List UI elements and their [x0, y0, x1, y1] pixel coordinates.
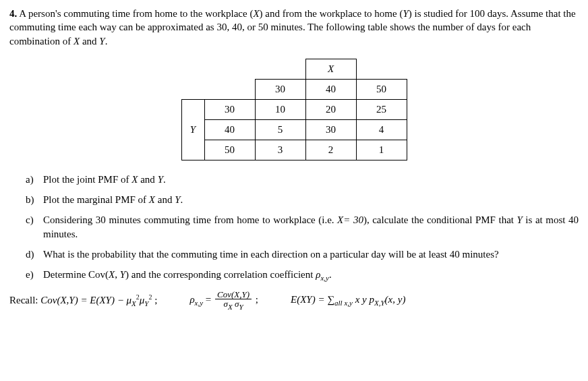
part-b-marker: b) [26, 193, 34, 206]
problem-statement: 4. A person's commuting time from home t… [9, 7, 579, 48]
cell-1-1: 30 [305, 119, 356, 140]
y-level-2: 50 [204, 140, 255, 160]
x-level-1: 40 [305, 79, 356, 99]
y-header: Y [181, 99, 204, 160]
cell-2-0: 3 [255, 140, 305, 160]
var-x: X [253, 8, 259, 19]
statement-seg-2: ) and from the workplace to home ( [260, 8, 403, 19]
y-level-1: 40 [204, 119, 255, 140]
cell-2-2: 1 [356, 140, 407, 160]
statement-seg-1: A person's commuting time from home to t… [19, 8, 253, 19]
cell-0-2: 25 [356, 99, 407, 119]
problem-number: 4. [9, 8, 17, 19]
part-c-marker: c) [26, 213, 34, 227]
var-y: Y [403, 8, 408, 19]
cell-0-0: 10 [255, 99, 305, 119]
part-c: c) Considering 30 minutes commuting time… [26, 213, 579, 241]
part-d-marker: d) [26, 247, 34, 261]
x-level-0: 30 [255, 79, 305, 99]
statement-seg-4: and [80, 36, 99, 47]
joint-frequency-table: X 30 40 50 Y 30 10 20 25 40 5 30 4 50 3 … [181, 59, 407, 160]
part-a: a) Plot the joint PMF of X and Y. [26, 173, 579, 186]
subparts-list: a) Plot the joint PMF of X and Y. b) Plo… [26, 173, 579, 283]
exy-formula: E(XY) = ∑all x,y x y pX,Y(x, y) [291, 293, 405, 308]
cell-0-1: 20 [305, 99, 356, 119]
part-d: d) What is the probability that the comm… [26, 247, 579, 261]
var-x-2: X [74, 36, 80, 47]
x-level-2: 50 [356, 79, 407, 99]
cell-1-2: 4 [356, 119, 407, 140]
y-level-0: 30 [204, 99, 255, 119]
cell-2-1: 2 [305, 140, 356, 160]
part-a-marker: a) [26, 173, 34, 186]
part-b: b) Plot the marginal PMF of X and Y. [26, 193, 579, 206]
x-header: X [305, 59, 356, 79]
cov-formula: Recall: Cov(X,Y) = E(XY) − μX2μY2 ; [9, 293, 157, 309]
part-e-marker: e) [26, 268, 34, 281]
statement-seg-5: . [105, 36, 108, 47]
cell-1-0: 5 [255, 119, 305, 140]
part-e: e) Determine Cov(X, Y) and the correspon… [26, 268, 579, 283]
recall-formulas: Recall: Cov(X,Y) = E(XY) − μX2μY2 ; ρx,y… [9, 290, 579, 312]
var-y-2: Y [99, 36, 105, 47]
rho-formula: ρx,y = Cov(X,Y)σX σY ; [189, 290, 258, 312]
